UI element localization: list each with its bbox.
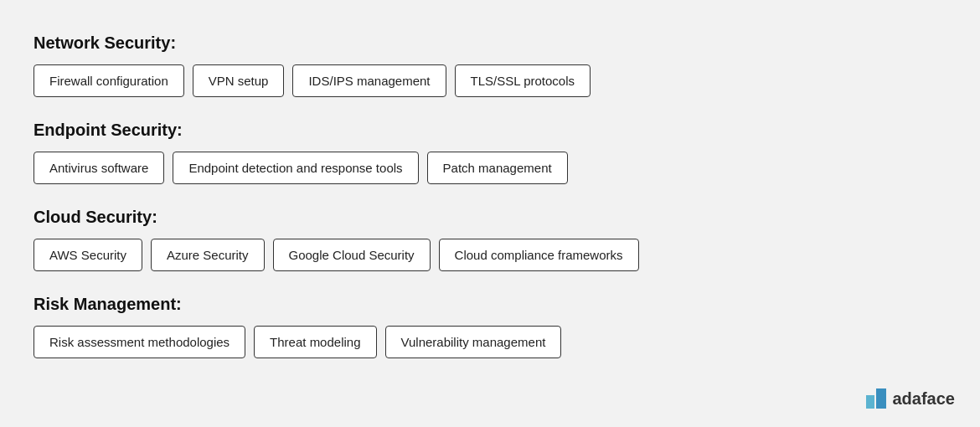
section-network-security: Network Security:Firewall configurationV… [34,33,946,97]
tag-item[interactable]: Cloud compliance frameworks [439,239,639,271]
tag-item[interactable]: Google Cloud Security [273,239,431,271]
tag-item[interactable]: Endpoint detection and response tools [173,152,418,184]
sections-container: Network Security:Firewall configurationV… [34,33,946,358]
section-title-risk-management: Risk Management: [34,295,946,314]
tag-item[interactable]: Patch management [427,152,568,184]
tag-item[interactable]: AWS Security [34,239,142,271]
tag-item[interactable]: Firewall configuration [34,64,184,97]
adaface-logo-icon [866,388,886,409]
section-title-cloud-security: Cloud Security: [34,208,946,227]
tag-item[interactable]: VPN setup [193,64,285,97]
section-endpoint-security: Endpoint Security:Antivirus softwareEndp… [34,121,946,184]
branding: adaface [866,388,956,409]
tag-item[interactable]: Threat modeling [254,326,376,358]
tags-row-risk-management: Risk assessment methodologiesThreat mode… [34,326,946,358]
tag-item[interactable]: Azure Security [151,239,265,271]
tags-row-endpoint-security: Antivirus softwareEndpoint detection and… [34,152,946,184]
tag-item[interactable]: Risk assessment methodologies [34,326,245,358]
tag-item[interactable]: IDS/IPS management [292,64,446,97]
section-cloud-security: Cloud Security:AWS SecurityAzure Securit… [34,208,946,271]
svg-rect-0 [866,395,874,409]
tags-row-cloud-security: AWS SecurityAzure SecurityGoogle Cloud S… [34,239,946,271]
section-title-network-security: Network Security: [34,33,946,53]
svg-rect-1 [876,388,886,409]
tag-item[interactable]: Vulnerability management [385,326,562,358]
main-container: Network Security:Firewall configurationV… [0,0,980,415]
section-title-endpoint-security: Endpoint Security: [34,121,946,140]
tag-item[interactable]: Antivirus software [34,152,164,184]
tag-item[interactable]: TLS/SSL protocols [455,64,591,97]
section-risk-management: Risk Management:Risk assessment methodol… [34,295,946,358]
adaface-label: adaface [893,389,956,409]
tags-row-network-security: Firewall configurationVPN setupIDS/IPS m… [34,64,946,97]
